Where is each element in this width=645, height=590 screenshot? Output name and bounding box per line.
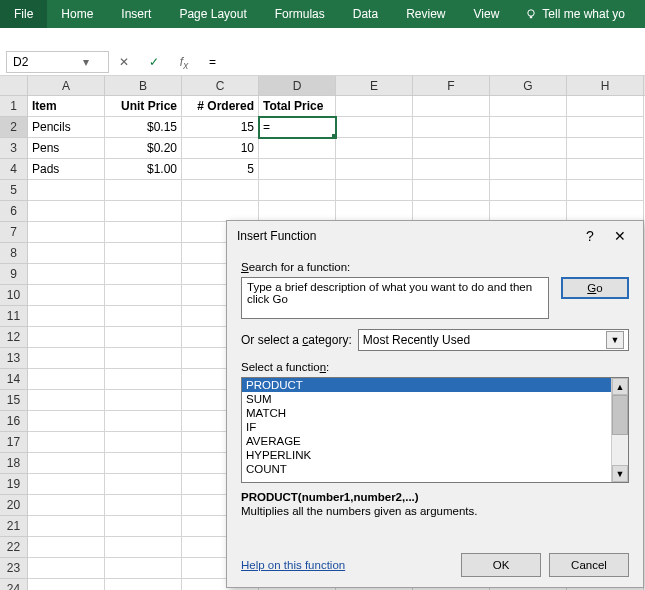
- cell[interactable]: [105, 306, 182, 327]
- cell[interactable]: [336, 180, 413, 201]
- cell[interactable]: Pencils: [28, 117, 105, 138]
- cell[interactable]: [567, 138, 644, 159]
- cell[interactable]: [336, 159, 413, 180]
- cell[interactable]: [567, 201, 644, 222]
- ribbon-tab-data[interactable]: Data: [339, 0, 392, 28]
- cell[interactable]: [28, 285, 105, 306]
- cell[interactable]: [28, 537, 105, 558]
- col-header-g[interactable]: G: [490, 76, 567, 95]
- cancel-button[interactable]: Cancel: [549, 553, 629, 577]
- tell-me-search[interactable]: Tell me what yo: [513, 7, 625, 21]
- help-link[interactable]: Help on this function: [241, 559, 453, 571]
- ribbon-tab-home[interactable]: Home: [47, 0, 107, 28]
- cell[interactable]: [105, 264, 182, 285]
- cell[interactable]: [105, 537, 182, 558]
- cell[interactable]: 15: [182, 117, 259, 138]
- row-header[interactable]: 20: [0, 495, 28, 516]
- close-icon[interactable]: ✕: [605, 228, 635, 244]
- function-item[interactable]: SUM: [242, 392, 611, 406]
- cell[interactable]: [105, 516, 182, 537]
- row-header[interactable]: 12: [0, 327, 28, 348]
- row-header[interactable]: 16: [0, 411, 28, 432]
- col-header-h[interactable]: H: [567, 76, 644, 95]
- col-header-c[interactable]: C: [182, 76, 259, 95]
- row-header[interactable]: 5: [0, 180, 28, 201]
- function-item[interactable]: MATCH: [242, 406, 611, 420]
- col-header-b[interactable]: B: [105, 76, 182, 95]
- cell[interactable]: $0.20: [105, 138, 182, 159]
- cell[interactable]: 5: [182, 159, 259, 180]
- cell[interactable]: [105, 348, 182, 369]
- row-header[interactable]: 6: [0, 201, 28, 222]
- cell[interactable]: [28, 453, 105, 474]
- cell[interactable]: [105, 327, 182, 348]
- cell[interactable]: [490, 117, 567, 138]
- cell[interactable]: [105, 222, 182, 243]
- row-header[interactable]: 11: [0, 306, 28, 327]
- name-box-dropdown-icon[interactable]: ▾: [58, 55, 109, 69]
- col-header-a[interactable]: A: [28, 76, 105, 95]
- cell[interactable]: [413, 159, 490, 180]
- cell[interactable]: $0.15: [105, 117, 182, 138]
- scroll-up-icon[interactable]: ▲: [612, 378, 628, 395]
- cell[interactable]: [105, 369, 182, 390]
- row-header[interactable]: 2: [0, 117, 28, 138]
- cell[interactable]: [567, 96, 644, 117]
- cell[interactable]: $1.00: [105, 159, 182, 180]
- row-header[interactable]: 8: [0, 243, 28, 264]
- row-header[interactable]: 10: [0, 285, 28, 306]
- cell[interactable]: [105, 432, 182, 453]
- cell[interactable]: [105, 243, 182, 264]
- cell[interactable]: [336, 138, 413, 159]
- cell[interactable]: [28, 348, 105, 369]
- cell[interactable]: [28, 369, 105, 390]
- function-list-scrollbar[interactable]: ▲ ▼: [611, 378, 628, 482]
- cell[interactable]: [182, 180, 259, 201]
- scroll-thumb[interactable]: [612, 395, 628, 435]
- function-item[interactable]: COUNT: [242, 462, 611, 476]
- cell[interactable]: [567, 117, 644, 138]
- row-header[interactable]: 22: [0, 537, 28, 558]
- function-item[interactable]: PRODUCT: [242, 378, 611, 392]
- cell[interactable]: [105, 390, 182, 411]
- cell[interactable]: [413, 117, 490, 138]
- cell[interactable]: [413, 138, 490, 159]
- function-item[interactable]: AVERAGE: [242, 434, 611, 448]
- cell[interactable]: 10: [182, 138, 259, 159]
- help-icon[interactable]: ?: [575, 228, 605, 244]
- cell[interactable]: [413, 180, 490, 201]
- row-header[interactable]: 21: [0, 516, 28, 537]
- row-header[interactable]: 3: [0, 138, 28, 159]
- cell[interactable]: Item: [28, 96, 105, 117]
- row-header[interactable]: 4: [0, 159, 28, 180]
- cell[interactable]: [259, 201, 336, 222]
- cell[interactable]: [490, 201, 567, 222]
- cell[interactable]: # Ordered: [182, 96, 259, 117]
- col-header-d[interactable]: D: [259, 76, 336, 95]
- cell[interactable]: [567, 159, 644, 180]
- select-all-corner[interactable]: [0, 76, 28, 95]
- row-header[interactable]: 23: [0, 558, 28, 579]
- cell[interactable]: [28, 411, 105, 432]
- search-input[interactable]: Type a brief description of what you wan…: [241, 277, 549, 319]
- cell[interactable]: [28, 306, 105, 327]
- cell[interactable]: [28, 579, 105, 590]
- cell[interactable]: Pens: [28, 138, 105, 159]
- ribbon-tab-page-layout[interactable]: Page Layout: [165, 0, 260, 28]
- row-header[interactable]: 1: [0, 96, 28, 117]
- col-header-e[interactable]: E: [336, 76, 413, 95]
- row-header[interactable]: 17: [0, 432, 28, 453]
- row-header[interactable]: 15: [0, 390, 28, 411]
- cell[interactable]: [28, 201, 105, 222]
- row-header[interactable]: 13: [0, 348, 28, 369]
- formula-input[interactable]: =: [199, 55, 645, 69]
- formula-cancel-icon[interactable]: ✕: [109, 51, 139, 73]
- cell[interactable]: [28, 495, 105, 516]
- category-select[interactable]: Most Recently Used ▼: [358, 329, 629, 351]
- cell[interactable]: [28, 243, 105, 264]
- cell[interactable]: [259, 180, 336, 201]
- cell[interactable]: Total Price: [259, 96, 336, 117]
- cell[interactable]: [567, 180, 644, 201]
- cell[interactable]: [105, 453, 182, 474]
- row-header[interactable]: 14: [0, 369, 28, 390]
